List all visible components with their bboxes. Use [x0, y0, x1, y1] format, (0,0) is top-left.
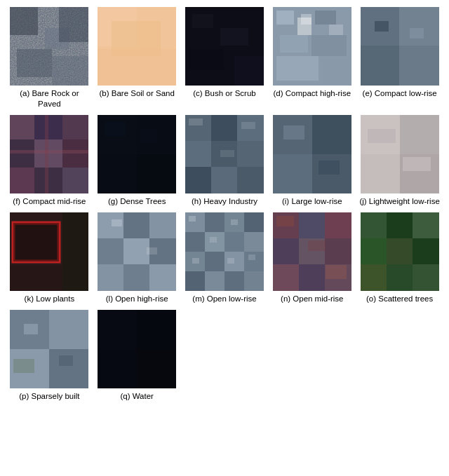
svg-rect-109: [224, 271, 244, 291]
svg-rect-79: [13, 223, 59, 261]
svg-rect-102: [244, 232, 264, 252]
svg-rect-136: [413, 238, 439, 264]
svg-rect-32: [410, 28, 424, 39]
svg-rect-128: [308, 240, 326, 251]
cell-b: (b) Bare Soil or Sand: [95, 7, 180, 109]
svg-rect-29: [361, 46, 399, 86]
label-d: (d) Compact high-rise: [274, 88, 351, 99]
label-o: (o) Scattered trees: [366, 294, 433, 304]
image-low-plants: [10, 212, 88, 291]
label-n: (n) Open mid-rise: [281, 294, 343, 304]
svg-rect-114: [248, 254, 255, 260]
cell-j: (j) Lightweight low-rise: [357, 115, 442, 207]
svg-rect-80: [62, 212, 88, 291]
svg-rect-110: [244, 271, 264, 291]
svg-rect-95: [185, 212, 205, 232]
cell-a: (a) Bare Rock or Paved: [7, 7, 92, 109]
svg-rect-142: [49, 310, 88, 349]
svg-rect-107: [185, 271, 205, 291]
svg-rect-76: [403, 157, 431, 171]
cell-o: (o) Scattered trees: [357, 212, 442, 304]
image-compact-high: [273, 7, 351, 86]
svg-rect-30: [399, 46, 439, 86]
svg-rect-5: [59, 7, 88, 42]
svg-rect-56: [237, 141, 264, 167]
svg-rect-151: [98, 349, 137, 388]
image-dense-trees: [98, 115, 176, 193]
cell-c: (c) Bush or Scrub: [182, 7, 267, 109]
svg-rect-40: [10, 168, 34, 193]
svg-rect-133: [413, 212, 439, 238]
svg-rect-44: [45, 115, 48, 193]
cell-i: (i) Large low-rise: [269, 115, 354, 207]
cell-p: (p) Sparsely built: [7, 310, 92, 402]
image-heavy-industry: [185, 115, 264, 193]
label-i: (i) Large low-rise: [282, 196, 342, 207]
svg-rect-65: [312, 115, 351, 154]
svg-rect-85: [149, 212, 176, 238]
image-sparsely: [10, 310, 88, 388]
svg-rect-84: [123, 212, 149, 238]
svg-rect-13: [220, 28, 248, 46]
image-compact-low: [361, 7, 439, 86]
svg-rect-15: [234, 56, 264, 86]
image-scattered: [361, 212, 439, 291]
label-c: (c) Bush or Scrub: [193, 88, 255, 99]
label-h: (h) Heavy Industry: [192, 196, 257, 207]
cell-k: (k) Low plants: [7, 212, 92, 304]
svg-rect-93: [147, 247, 157, 254]
svg-rect-152: [137, 349, 176, 388]
svg-rect-42: [62, 168, 88, 193]
svg-rect-91: [149, 264, 176, 291]
svg-rect-146: [59, 355, 73, 366]
label-q: (q) Water: [120, 391, 154, 402]
svg-rect-54: [185, 141, 211, 167]
label-g: (g) Dense Trees: [108, 196, 166, 207]
svg-rect-59: [237, 167, 264, 193]
cell-m: (m) Open low-rise: [182, 212, 267, 304]
svg-rect-43: [10, 150, 88, 154]
image-lightweight-low: [361, 115, 439, 193]
svg-rect-6: [52, 56, 88, 86]
svg-rect-127: [276, 216, 294, 226]
svg-rect-150: [137, 310, 176, 349]
svg-rect-90: [123, 264, 149, 291]
svg-rect-129: [326, 265, 347, 279]
svg-rect-120: [325, 212, 351, 238]
svg-rect-48: [105, 122, 126, 136]
svg-rect-101: [224, 232, 244, 252]
svg-rect-137: [361, 264, 387, 291]
svg-rect-75: [368, 129, 396, 143]
cell-f: (f) Compact mid-rise: [7, 115, 92, 207]
svg-rect-23: [322, 60, 350, 84]
cell-empty-3: [357, 310, 442, 402]
svg-rect-96: [205, 212, 224, 232]
svg-rect-112: [210, 237, 217, 243]
svg-rect-115: [192, 258, 199, 264]
svg-rect-47: [137, 154, 176, 193]
svg-rect-149: [98, 310, 137, 349]
svg-rect-14: [189, 49, 224, 70]
svg-rect-104: [205, 252, 224, 271]
svg-rect-145: [24, 324, 38, 334]
image-water: [98, 310, 176, 388]
image-open-high: [98, 212, 176, 291]
svg-rect-147: [13, 359, 34, 373]
svg-rect-4: [17, 49, 52, 77]
svg-rect-25: [329, 25, 343, 35]
cell-q: (q) Water: [95, 310, 180, 402]
svg-rect-52: [211, 115, 237, 141]
label-p: (p) Sparsely built: [19, 391, 79, 402]
svg-rect-139: [413, 264, 439, 291]
svg-rect-58: [211, 167, 237, 193]
svg-rect-22: [276, 56, 319, 81]
label-a: (a) Bare Rock or Paved: [8, 88, 91, 109]
svg-rect-28: [399, 7, 439, 46]
svg-rect-69: [319, 161, 340, 175]
cell-empty-2: [269, 310, 354, 402]
svg-rect-135: [387, 238, 413, 264]
svg-rect-31: [375, 21, 389, 32]
svg-rect-89: [98, 264, 123, 291]
svg-rect-86: [98, 238, 123, 264]
label-j: (j) Lightweight low-rise: [359, 196, 439, 207]
